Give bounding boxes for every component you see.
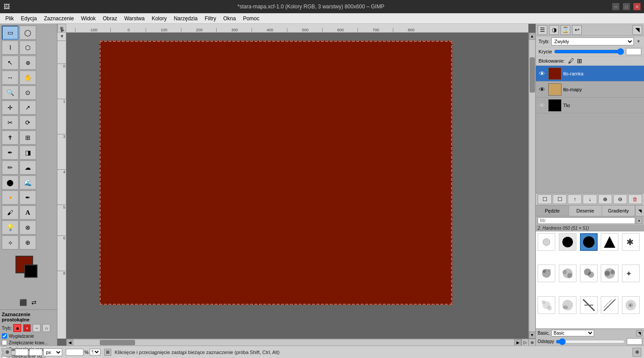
smoothing-checkbox[interactable] bbox=[2, 333, 7, 339]
brush-item-8[interactable] bbox=[580, 265, 598, 282]
layer-down-btn[interactable]: ↓ bbox=[583, 194, 597, 204]
layers-icon-btn[interactable]: ☰ bbox=[538, 25, 547, 35]
mode-select[interactable]: Zwykły Rozjaśnianie Mnożenie bbox=[551, 37, 634, 45]
swap-colors-icon[interactable]: ⇄ bbox=[30, 298, 38, 307]
layer-row-tlo[interactable]: 👁 Tło bbox=[536, 97, 644, 113]
menu-okna[interactable]: Okna bbox=[220, 15, 240, 22]
anchor-layer-btn[interactable]: ⊕ bbox=[598, 194, 612, 204]
ruler-arrow-btn[interactable]: ▶ bbox=[61, 27, 64, 33]
undo-icon-btn[interactable]: ↩ bbox=[572, 25, 582, 35]
tool-ink[interactable]: ✒ bbox=[19, 190, 36, 205]
tool-pan[interactable]: ✋ bbox=[19, 71, 36, 85]
menu-warstwa[interactable]: Warstwa bbox=[121, 15, 148, 22]
tool-path[interactable]: ⊗ bbox=[19, 220, 36, 235]
lock-alpha-icon[interactable]: ⊞ bbox=[577, 57, 582, 64]
lock-pixel-icon[interactable]: 🖊 bbox=[568, 57, 574, 64]
brush-item-2[interactable] bbox=[559, 233, 576, 251]
tool-dodge[interactable]: 🔸 bbox=[2, 190, 19, 205]
canvas-nav-btn[interactable]: ⊕ bbox=[528, 339, 535, 346]
tool-scissors[interactable]: ✂ bbox=[2, 116, 19, 130]
duplicate-layer-btn[interactable]: ☐ bbox=[553, 194, 567, 204]
layer-eye-tlo-ramka[interactable]: 👁 bbox=[538, 69, 546, 78]
tab-desenie[interactable]: Desenie bbox=[569, 205, 602, 216]
statusbar-nav-icon[interactable]: ⊕ bbox=[3, 348, 11, 357]
menu-edycja[interactable]: Edycja bbox=[17, 15, 40, 22]
spacing-slider[interactable] bbox=[556, 339, 625, 344]
maximize-button[interactable]: □ bbox=[623, 3, 630, 10]
tool-heal[interactable]: ⊞ bbox=[19, 131, 36, 145]
brush-item-6[interactable] bbox=[538, 265, 555, 282]
scroll-thumb-h[interactable] bbox=[100, 340, 135, 345]
scroll-h-extra[interactable]: ▷ bbox=[521, 339, 528, 346]
menu-kolory[interactable]: Kolory bbox=[148, 15, 170, 22]
tool-eraser[interactable]: ◨ bbox=[19, 145, 36, 160]
brush-item-14[interactable] bbox=[601, 296, 618, 314]
minimize-button[interactable]: ─ bbox=[612, 3, 619, 10]
opacity-input[interactable]: 100,0 bbox=[626, 48, 641, 55]
tool-airbrush[interactable]: ☁ bbox=[19, 160, 36, 175]
layer-eye-tlo[interactable]: 👁 bbox=[538, 101, 546, 110]
unit-select[interactable]: px % mm bbox=[43, 348, 62, 356]
tool-rect-select[interactable]: ▭ bbox=[2, 26, 19, 40]
brush-item-5[interactable]: ✱ bbox=[622, 233, 640, 251]
layer-row-tlo-mapy[interactable]: 👁 tło-mapy bbox=[536, 82, 644, 97]
zoom-unit-select[interactable]: % bbox=[90, 349, 101, 355]
tool-crop[interactable]: ✛ bbox=[2, 101, 19, 115]
brush-item-1[interactable] bbox=[538, 233, 555, 251]
type-add-btn[interactable]: + bbox=[23, 324, 31, 332]
tool-paint[interactable]: ✒ bbox=[2, 145, 19, 160]
tool-fuzzy-select[interactable]: ⬡ bbox=[19, 41, 36, 55]
reset-colors-icon[interactable]: ⬛ bbox=[19, 298, 28, 307]
scroll-thumb-v[interactable] bbox=[530, 57, 535, 93]
brush-item-3[interactable] bbox=[580, 233, 598, 251]
brush-item-11[interactable] bbox=[538, 296, 555, 314]
scroll-down-btn[interactable]: ▼ bbox=[529, 332, 536, 339]
brush-item-7[interactable] bbox=[559, 265, 576, 282]
opacity-slider[interactable] bbox=[554, 49, 624, 54]
tool-transform[interactable]: ↗ bbox=[19, 101, 36, 115]
tool-clone[interactable]: ✝ bbox=[2, 131, 19, 145]
menu-zaznaczenie[interactable]: Zaznaczenie bbox=[40, 15, 77, 22]
tool-free-select[interactable]: ⌇ bbox=[2, 41, 19, 55]
scroll-right-btn[interactable]: ▶ bbox=[514, 339, 521, 346]
menu-pomoc[interactable]: Pomoc bbox=[239, 15, 263, 22]
menu-plik[interactable]: Plik bbox=[2, 15, 17, 22]
zoom-fit-btn[interactable]: ⊞ bbox=[104, 349, 111, 356]
menu-widok[interactable]: Widok bbox=[77, 15, 99, 22]
tool-color-picker[interactable]: 💡 bbox=[2, 220, 19, 235]
channels-icon-btn[interactable]: ◑ bbox=[549, 25, 559, 35]
coords-x-input[interactable]: -78 bbox=[15, 349, 28, 356]
brush-item-10[interactable]: ✦ bbox=[622, 265, 640, 282]
layer-row-tlo-ramka[interactable]: 👁 tło-ramka bbox=[536, 66, 644, 82]
layer-up-btn[interactable]: ↑ bbox=[568, 194, 582, 204]
new-layer-btn[interactable]: ☐ bbox=[538, 194, 552, 204]
type-intersect-btn[interactable]: ∩ bbox=[42, 324, 50, 332]
tool-smudge[interactable]: 🌊 bbox=[19, 175, 36, 190]
menu-narzedzia[interactable]: Narzędzia bbox=[170, 15, 201, 22]
background-color[interactable] bbox=[24, 265, 38, 278]
tool-measure[interactable]: ⊙ bbox=[19, 86, 36, 100]
tool-align[interactable]: ↔ bbox=[2, 71, 19, 85]
tool-cage[interactable]: ⊕ bbox=[19, 235, 36, 250]
tool-zoom[interactable]: 🔍 bbox=[2, 86, 19, 100]
tool-fill[interactable]: ⬤ bbox=[2, 175, 19, 190]
delete-layer-btn[interactable]: 🗑 bbox=[628, 194, 642, 204]
tool-pointer[interactable]: ↖ bbox=[2, 56, 19, 70]
brush-filter-input[interactable] bbox=[538, 217, 635, 224]
brush-item-9[interactable] bbox=[601, 265, 618, 282]
brush-preset-select[interactable]: Basic Calligraphic Sketch bbox=[551, 330, 594, 336]
brushes-expand-btn[interactable]: ◥ bbox=[635, 205, 644, 216]
close-button[interactable]: ✕ bbox=[633, 3, 640, 10]
type-replace-btn[interactable]: ■ bbox=[13, 324, 21, 332]
spacing-input[interactable]: 10,0 bbox=[627, 338, 642, 345]
tab-pedzle[interactable]: Pędzle bbox=[536, 205, 569, 216]
type-subtract-btn[interactable]: − bbox=[33, 324, 41, 332]
brush-item-13[interactable] bbox=[580, 296, 598, 314]
coords-y-input[interactable]: 52 bbox=[29, 349, 42, 356]
layer-eye-tlo-mapy[interactable]: 👁 bbox=[538, 85, 546, 94]
brush-item-15[interactable]: ✦ bbox=[622, 296, 640, 314]
canvas[interactable] bbox=[99, 41, 452, 305]
tool-warp[interactable]: ⟡ bbox=[2, 235, 19, 250]
tool-brush[interactable]: 🖌 bbox=[2, 205, 19, 220]
statusbar-right-nav[interactable]: ⊕ bbox=[633, 348, 641, 357]
